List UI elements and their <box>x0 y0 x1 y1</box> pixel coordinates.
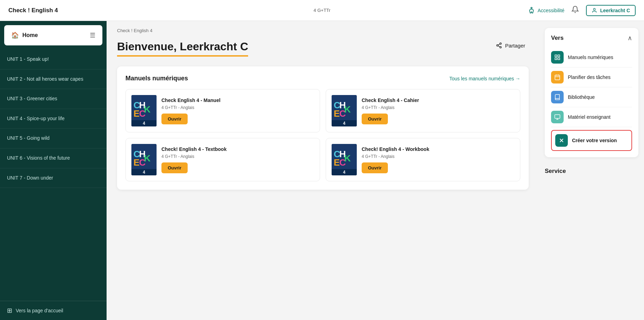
book-info-manuel: Check English 4 - Manuel 4 G+TTr - Angla… <box>161 97 314 124</box>
ouvrir-cahier-button[interactable]: Ouvrir <box>362 114 388 124</box>
welcome-section: Bienvenue, Leerkracht C Partager <box>117 40 529 57</box>
sidebar-home-button[interactable]: 🏠 Home ☰ <box>4 25 102 45</box>
vers-manuels-label: Manuels numériques <box>568 54 613 60</box>
creer-version-item[interactable]: Créer votre version <box>551 130 632 151</box>
svg-text:4: 4 <box>343 121 346 126</box>
sidebar-item-unit2[interactable]: UNIT 2 - Not all heroes wear capes <box>0 70 107 89</box>
sidebar-item-unit1[interactable]: UNIT 1 - Speak up! <box>0 50 107 70</box>
vers-item-bibliotheque[interactable]: Bibliothèque <box>551 87 632 107</box>
vers-item-materiel[interactable]: Matériel enseignant <box>551 107 632 127</box>
topbar: Check ! English 4 4 G+TTr Accessibilité … <box>0 0 644 21</box>
svg-point-0 <box>531 7 533 8</box>
svg-text:E: E <box>334 157 340 168</box>
vers-item-planifier[interactable]: Planifier des tâches <box>551 67 632 87</box>
book-name-workbook: Check! English 4 - Workbook <box>362 146 514 152</box>
book-name-textbook: Check! English 4 - Textbook <box>161 146 314 152</box>
sidebar-item-unit5[interactable]: UNIT 5 - Going wild <box>0 129 107 148</box>
manuels-title: Manuels numériques <box>125 75 188 82</box>
book-info-textbook: Check! English 4 - Textbook 4 G+TTr - An… <box>161 146 314 173</box>
svg-text:K: K <box>144 153 151 163</box>
svg-text:K: K <box>144 104 151 115</box>
share-icon <box>496 42 502 49</box>
sidebar-footer-link[interactable]: ⊞ Vers la page d'accueil <box>0 301 107 320</box>
book-card-manuel: C H E C K 4 Check English 4 - Manuel 4 G… <box>125 89 320 132</box>
user-icon <box>592 8 597 13</box>
sidebar-item-unit3[interactable]: UNIT 3 - Greener cities <box>0 89 107 109</box>
main-layout: 🏠 Home ☰ UNIT 1 - Speak up! UNIT 2 - Not… <box>0 21 644 320</box>
home-icon: 🏠 <box>11 31 19 39</box>
svg-rect-42 <box>558 58 560 60</box>
main-content: Check ! English 4 Bienvenue, Leerkracht … <box>107 21 539 320</box>
book-card-workbook: C H E C K 4 Check! English 4 - Workbook … <box>326 138 520 181</box>
book-sub-workbook: 4 G+TTr - Anglais <box>362 154 514 159</box>
book-card-cahier: C H E C K 4 Check English 4 - Cahier 4 G… <box>326 89 520 132</box>
svg-text:4: 4 <box>143 170 145 175</box>
share-label: Partager <box>505 43 525 49</box>
collapse-icon[interactable]: ∧ <box>628 34 632 42</box>
service-title: Service <box>545 164 638 178</box>
manuels-numeriques-icon <box>551 51 564 64</box>
sidebar-item-unit7[interactable]: UNIT 7 - Down under <box>0 168 107 188</box>
all-manuels-link[interactable]: Tous les manuels numériques → <box>449 76 520 81</box>
book-cover-workbook: C H E C K 4 <box>332 144 357 175</box>
book-info-workbook: Check! English 4 - Workbook 4 G+TTr - An… <box>362 146 514 173</box>
app-title: Check ! English 4 <box>8 7 58 14</box>
materiel-icon <box>551 111 564 123</box>
book-cover-cahier: C H E C K 4 <box>332 95 357 126</box>
book-sub-manuel: 4 G+TTr - Anglais <box>161 105 314 110</box>
sidebar-item-unit6[interactable]: UNIT 6 - Visions of the future <box>0 148 107 168</box>
sidebar-footer-label: Vers la page d'accueil <box>16 308 63 313</box>
book-card-textbook: C H E C K 4 Check! English 4 - Textbook … <box>125 138 320 181</box>
ouvrir-manuel-button[interactable]: Ouvrir <box>161 114 188 124</box>
vers-materiel-label: Matériel enseignant <box>568 114 610 120</box>
topbar-right: Accessibilité Leerkracht C <box>528 5 636 16</box>
book-cover-manuel: C H E C K 4 <box>131 95 157 126</box>
svg-rect-40 <box>558 55 560 57</box>
creer-icon <box>555 134 568 147</box>
user-menu-button[interactable]: Leerkracht C <box>586 5 636 16</box>
sidebar-item-unit4[interactable]: UNIT 4 - Spice-up your life <box>0 109 107 129</box>
book-sub-textbook: 4 G+TTr - Anglais <box>161 154 314 159</box>
svg-rect-47 <box>555 115 560 118</box>
book-name-cahier: Check English 4 - Cahier <box>362 97 514 103</box>
svg-point-3 <box>497 45 499 46</box>
sidebar: 🏠 Home ☰ UNIT 1 - Speak up! UNIT 2 - Not… <box>0 21 107 320</box>
svg-point-1 <box>594 8 595 10</box>
svg-rect-39 <box>555 55 557 57</box>
share-button[interactable]: Partager <box>492 40 529 51</box>
book-cover-textbook: C H E C K 4 <box>131 144 157 175</box>
creer-label: Créer votre version <box>572 138 617 143</box>
svg-text:4: 4 <box>343 170 346 175</box>
bibliotheque-icon <box>551 91 564 103</box>
welcome-title: Bienvenue, Leerkracht C <box>117 40 248 57</box>
svg-text:K: K <box>344 153 351 163</box>
accessibility-icon <box>528 7 535 14</box>
svg-point-2 <box>500 43 502 45</box>
manuels-card: Manuels numériques Tous les manuels numé… <box>117 66 529 190</box>
bell-icon <box>571 6 579 13</box>
breadcrumb: Check ! English 4 <box>117 28 529 33</box>
books-grid: C H E C K 4 Check English 4 - Manuel 4 G… <box>125 89 520 181</box>
svg-text:E: E <box>334 108 340 119</box>
vers-header: Vers ∧ <box>551 34 632 42</box>
sidebar-home-label: Home <box>22 32 38 38</box>
book-name-manuel: Check English 4 - Manuel <box>161 97 314 103</box>
vers-item-manuels[interactable]: Manuels numériques <box>551 48 632 67</box>
grid-icon: ⊞ <box>7 307 12 314</box>
svg-line-5 <box>498 46 500 47</box>
svg-rect-41 <box>555 58 557 60</box>
accessibility-button[interactable]: Accessibilité <box>528 7 564 14</box>
right-panel: Vers ∧ Manuels numériques <box>539 21 644 320</box>
ouvrir-workbook-button[interactable]: Ouvrir <box>362 162 388 173</box>
svg-text:4: 4 <box>143 121 145 126</box>
topbar-center-text: 4 G+TTr <box>313 8 330 13</box>
notification-bell[interactable] <box>571 6 579 15</box>
accessibility-label: Accessibilité <box>537 8 564 13</box>
ouvrir-textbook-button[interactable]: Ouvrir <box>161 162 188 173</box>
svg-line-6 <box>498 44 500 45</box>
vers-title: Vers <box>551 35 564 42</box>
vers-bibliotheque-label: Bibliothèque <box>568 94 595 100</box>
svg-rect-43 <box>555 75 560 80</box>
menu-icon: ☰ <box>90 31 95 39</box>
svg-text:E: E <box>133 157 139 168</box>
